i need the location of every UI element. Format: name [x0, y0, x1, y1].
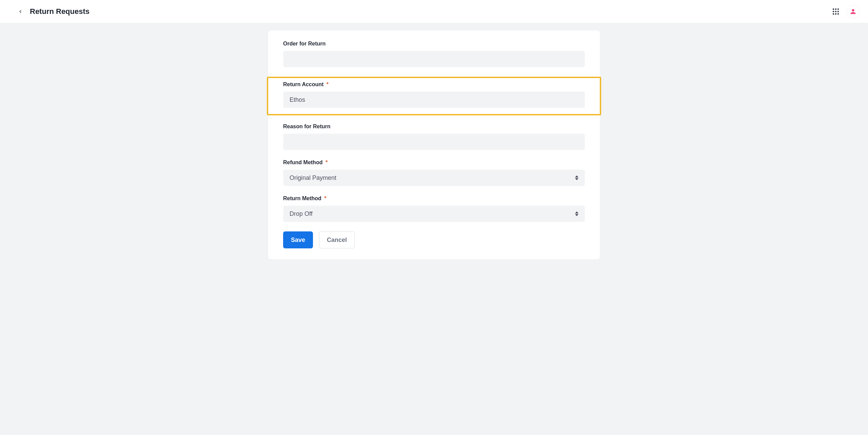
- topbar-left: Return Requests: [17, 7, 90, 16]
- back-button[interactable]: [17, 8, 24, 15]
- field-order-for-return: Order for Return: [283, 41, 585, 67]
- order-for-return-label: Order for Return: [283, 41, 585, 47]
- label-text: Reason for Return: [283, 124, 331, 129]
- refund-method-value: Original Payment: [290, 174, 336, 182]
- label-text: Return Method: [283, 195, 321, 201]
- label-text: Order for Return: [283, 41, 326, 46]
- content-area: Order for Return Return Account * Reason…: [0, 23, 868, 273]
- refund-method-select[interactable]: Original Payment: [283, 170, 585, 186]
- select-sort-icon: [575, 175, 578, 180]
- reason-for-return-input[interactable]: [290, 134, 578, 150]
- select-sort-icon: [575, 211, 578, 216]
- apps-grid-dot: [837, 13, 839, 15]
- apps-grid-dot: [835, 13, 836, 15]
- caret-down-icon: [575, 178, 578, 180]
- form-card: Order for Return Return Account * Reason…: [268, 31, 600, 259]
- apps-grid-dot: [837, 11, 839, 12]
- label-text: Return Account: [283, 81, 323, 87]
- form-actions: Save Cancel: [283, 231, 585, 248]
- field-reason-for-return: Reason for Return: [283, 124, 585, 150]
- return-account-input[interactable]: [290, 92, 578, 108]
- caret-up-icon: [575, 211, 578, 213]
- return-account-input-wrap: [283, 92, 585, 108]
- cancel-button[interactable]: Cancel: [319, 231, 355, 248]
- return-account-label: Return Account *: [283, 81, 585, 88]
- required-mark-icon: *: [327, 81, 329, 87]
- required-mark-icon: *: [326, 159, 328, 165]
- apps-grid-dot: [833, 11, 834, 12]
- return-method-value: Drop Off: [290, 210, 313, 218]
- field-refund-method: Refund Method * Original Payment: [283, 159, 585, 186]
- apps-grid-dot: [833, 8, 834, 10]
- user-menu-button[interactable]: [846, 5, 860, 18]
- page-title: Return Requests: [30, 7, 90, 16]
- topbar-right: [833, 5, 860, 18]
- user-icon: [850, 8, 856, 15]
- caret-up-icon: [575, 175, 578, 177]
- order-for-return-input[interactable]: [290, 51, 578, 67]
- refund-method-label: Refund Method *: [283, 159, 585, 166]
- apps-grid-dot: [835, 11, 836, 12]
- highlight-return-account: Return Account *: [267, 77, 601, 115]
- field-return-account: Return Account *: [283, 81, 585, 108]
- return-method-select[interactable]: Drop Off: [283, 206, 585, 222]
- label-text: Refund Method: [283, 159, 322, 165]
- reason-for-return-label: Reason for Return: [283, 124, 585, 130]
- top-bar: Return Requests: [0, 0, 868, 23]
- apps-grid-dot: [837, 8, 839, 10]
- save-button[interactable]: Save: [283, 231, 313, 248]
- caret-down-icon: [575, 214, 578, 216]
- chevron-left-icon: [18, 9, 23, 14]
- return-method-label: Return Method *: [283, 195, 585, 202]
- reason-for-return-input-wrap: [283, 134, 585, 150]
- required-mark-icon: *: [324, 195, 326, 201]
- order-for-return-input-wrap: [283, 51, 585, 67]
- apps-menu-button[interactable]: [833, 8, 839, 15]
- field-return-method: Return Method * Drop Off: [283, 195, 585, 222]
- apps-grid-dot: [835, 8, 836, 10]
- apps-grid-dot: [833, 13, 834, 15]
